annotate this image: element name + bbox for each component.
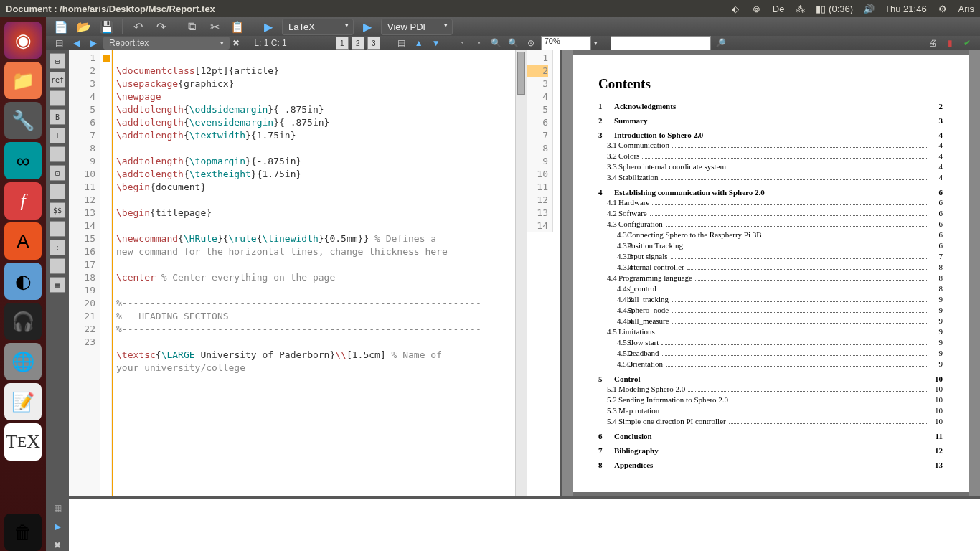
build-button[interactable]: ▶ (259, 17, 278, 36)
prev-tab-icon[interactable]: ◀ (69, 36, 83, 50)
battery-indicator[interactable]: ▮▯ (0:36) (816, 4, 853, 14)
palette-button[interactable]: ⊡ (50, 165, 65, 181)
toc-entry[interactable]: 5.2Sending Information to Sphero 2.010 (598, 395, 943, 405)
toc-entry[interactable]: 4.4.2ball_tracking9 (598, 295, 943, 304)
close-tab-icon[interactable]: ✖ (232, 38, 240, 48)
cut-button[interactable]: ✂ (205, 17, 224, 36)
palette-button[interactable]: B (50, 109, 65, 125)
toc-entry[interactable]: 6Conclusion11 (598, 432, 943, 441)
bluetooth-icon[interactable]: ⁂ (794, 3, 806, 14)
editor-scrollbar[interactable] (515, 50, 527, 496)
next-tab-icon[interactable]: ▶ (86, 36, 100, 50)
toc-entry[interactable]: 4.3.2Position Tracking6 (598, 241, 943, 250)
toc-entry[interactable]: 4.1Hardware6 (598, 198, 943, 207)
toc-entry[interactable]: 4.3.3Input signals7 (598, 252, 943, 261)
toc-entry[interactable]: 5.1Modeling Sphero 2.010 (598, 385, 943, 394)
toc-entry[interactable]: 4.2Software6 (598, 209, 943, 218)
zoom-out-icon[interactable]: 🔍 (489, 36, 504, 50)
toc-entry[interactable]: 4.3.4Internal controller8 (598, 263, 943, 272)
toc-entry[interactable]: 2Summary3 (598, 116, 943, 125)
text-editor-icon[interactable]: 📝 (4, 383, 42, 420)
palette-button[interactable]: ÷ (50, 240, 65, 255)
gear-icon[interactable]: ⚙ (937, 3, 948, 14)
pdf-search-input[interactable] (611, 36, 711, 50)
palette-button[interactable]: I (50, 128, 65, 143)
bookmark-3[interactable]: 3 (367, 37, 380, 50)
pdf-search-icon[interactable]: 🔎 (714, 36, 728, 50)
files-icon[interactable]: 📁 (4, 62, 42, 99)
new-file-button[interactable]: 📄 (52, 17, 70, 36)
toc-entry[interactable]: 4.4Programming language8 (598, 273, 943, 283)
paste-button[interactable]: 📋 (228, 17, 247, 36)
zoom-in-icon[interactable]: 🔍 (507, 36, 521, 50)
palette-button[interactable] (50, 90, 65, 106)
output-console[interactable] (69, 496, 980, 551)
view-button[interactable]: ▶ (358, 17, 377, 36)
globe-icon[interactable]: 🌐 (4, 343, 42, 380)
f-app-icon[interactable]: f (4, 182, 42, 220)
palette-button[interactable] (50, 146, 65, 162)
palette-button[interactable] (50, 221, 65, 237)
toc-entry[interactable]: 4.5Limitations9 (598, 327, 943, 336)
copy-button[interactable]: ⧉ (182, 17, 201, 36)
toc-entry[interactable]: 3.2Colors4 (598, 151, 943, 161)
undo-button[interactable]: ↶ (128, 17, 147, 36)
pdf-check-icon[interactable]: ✔ (960, 36, 974, 50)
toc-entry[interactable]: 4.5.1Slow start9 (598, 338, 943, 347)
palette-button[interactable]: ▦ (50, 277, 65, 293)
keyboard-lang[interactable]: De (773, 4, 785, 14)
palette-button[interactable]: $$ (50, 202, 65, 218)
pdf-page[interactable]: Contents 1Acknowledgments22Summary33Intr… (573, 55, 969, 492)
bookmark-1[interactable]: 1 (336, 37, 349, 50)
pdf-pages-icon[interactable]: ▫ (472, 36, 486, 50)
viewer-dropdown[interactable]: View PDF (381, 19, 453, 35)
open-file-button[interactable]: 📂 (75, 17, 93, 36)
arduino-icon[interactable]: ∞ (4, 142, 42, 179)
volume-icon[interactable]: 🔊 (863, 3, 875, 14)
texstudio-icon[interactable]: TEX (4, 423, 42, 461)
pdf-up-icon[interactable]: ▲ (412, 36, 426, 50)
toc-entry[interactable]: 4.4.3Sphero_node9 (598, 306, 943, 315)
toc-entry[interactable]: 5.3Map rotation10 (598, 406, 943, 415)
software-center-icon[interactable]: A (4, 222, 42, 260)
toc-entry[interactable]: 7Bibliography12 (598, 446, 943, 455)
pdf-flag-icon[interactable]: ▮ (943, 36, 957, 50)
pdf-down-icon[interactable]: ▼ (429, 36, 443, 50)
palette-button[interactable]: ref (50, 72, 65, 88)
toc-entry[interactable]: 1Acknowledgments2 (598, 102, 943, 110)
toc-entry[interactable]: 4.4.4ball_measure9 (598, 316, 943, 326)
dropbox-icon[interactable]: ⬖ (730, 3, 741, 14)
wifi-icon[interactable]: ⊚ (751, 3, 763, 14)
toc-entry[interactable]: 8Appendices13 (598, 461, 943, 469)
trash-icon[interactable]: 🗑 (4, 514, 42, 551)
palette-button[interactable] (50, 184, 65, 199)
settings-icon[interactable]: 🔧 (4, 102, 42, 139)
zoom-fit-icon[interactable]: ⊙ (524, 36, 538, 50)
bookmark-2[interactable]: 2 (352, 37, 364, 50)
toc-entry[interactable]: 4.5.2Deadband9 (598, 349, 943, 358)
dash-icon[interactable]: ◉ (4, 22, 42, 59)
pdf-scrollbar[interactable] (969, 50, 980, 496)
toc-entry[interactable]: 3Introduction to Sphero 2.04 (598, 131, 943, 139)
toc-entry[interactable]: 5.4Simple one direction PI controller10 (598, 417, 943, 426)
chromium-icon[interactable]: ◐ (4, 263, 42, 300)
toc-entry[interactable]: 4.3Configuration6 (598, 220, 943, 229)
pdf-toc-icon[interactable]: ▤ (395, 36, 409, 50)
audacity-icon[interactable]: 🎧 (4, 303, 42, 340)
toc-entry[interactable]: 3.3Sphero internal coordinate system4 (598, 162, 943, 171)
clock[interactable]: Thu 21:46 (885, 4, 927, 14)
palette-button[interactable] (50, 258, 65, 274)
redo-button[interactable]: ↷ (151, 17, 170, 36)
toc-entry[interactable]: 4Establishing communication with Sphero … (598, 188, 943, 197)
code-editor[interactable]: \documentclass[12pt]{article}\usepackage… (112, 50, 515, 496)
toc-entry[interactable]: 5Control10 (598, 375, 943, 383)
document-tab[interactable]: Report.tex ▾ (103, 37, 230, 50)
toc-entry[interactable]: 3.4Stabilization4 (598, 173, 943, 182)
toc-entry[interactable]: 3.1Communication4 (598, 141, 943, 150)
print-icon[interactable]: 🖨 (925, 36, 940, 50)
toc-entry[interactable]: 4.5.3Orientation9 (598, 359, 943, 369)
save-button[interactable]: 💾 (98, 17, 116, 36)
tab-list-icon[interactable]: ▤ (52, 36, 66, 50)
pdf-page-icon[interactable]: ▫ (455, 36, 469, 50)
zoom-level[interactable]: 70% (541, 36, 591, 50)
